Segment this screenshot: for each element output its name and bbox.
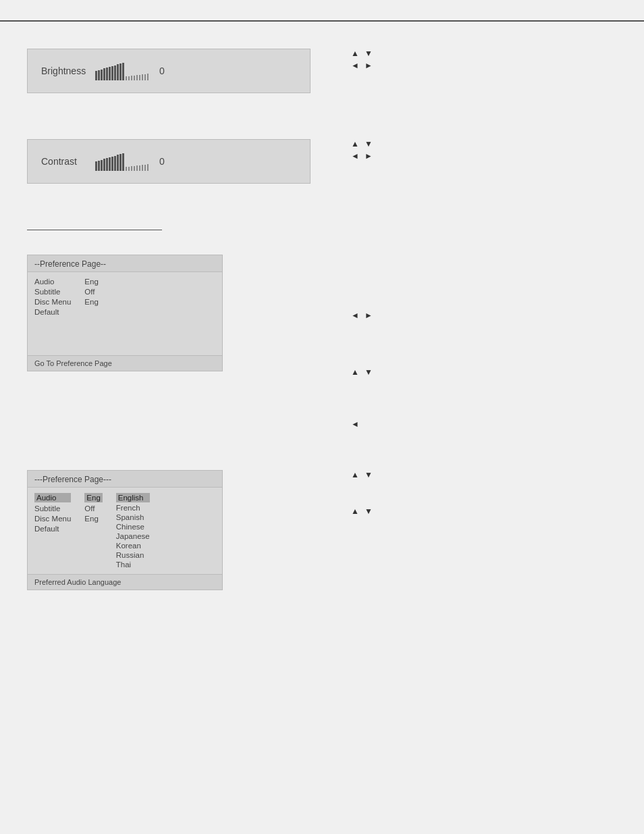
pref-body1: Audio Subtitle Disc Menu Default Eng Off…: [28, 272, 222, 321]
pref-label-audio1: Audio: [34, 278, 71, 286]
contrast-bar: [95, 152, 149, 171]
brightness-bar: [95, 61, 149, 80]
lang-japanese: Japanese: [116, 532, 150, 540]
pref2-ud-row1: ▲ ▼: [351, 470, 373, 479]
brightness-lr-row: ◄ ►: [351, 61, 373, 70]
lang-korean: Korean: [116, 542, 150, 550]
contrast-left: Contrast 0: [27, 139, 311, 189]
lang-english: English: [116, 493, 150, 502]
brightness-down-arrow[interactable]: ▼: [365, 49, 373, 58]
pref-label-discmenu2: Disc Menu: [34, 515, 71, 523]
pref-spacer1: [28, 321, 222, 355]
brightness-label: Brightness: [41, 66, 88, 76]
pref-left2: ---Preference Page--- Audio Subtitle Dis…: [27, 470, 311, 596]
pref-values2: Eng Off Eng: [84, 493, 102, 569]
brightness-right: ▲ ▼ ◄ ►: [311, 49, 617, 99]
pref-right-spacer3: [351, 384, 617, 417]
lang-chinese: Chinese: [116, 523, 150, 531]
pref-label-default1: Default: [34, 308, 71, 316]
pref-right-spacer2: [351, 327, 617, 367]
contrast-right-arrow[interactable]: ►: [365, 151, 373, 161]
brightness-arrows-ud: ▲ ▼ ◄ ►: [351, 49, 617, 73]
brightness-right-arrow[interactable]: ►: [365, 61, 373, 70]
page-container: Brightness 0 ▲ ▼ ◄ ► Contrast: [0, 0, 644, 834]
pref-value-discmenu1: Eng: [84, 298, 98, 306]
pref1-solo-left-arrow[interactable]: ◄: [351, 419, 359, 429]
pref-box2: ---Preference Page--- Audio Subtitle Dis…: [27, 470, 223, 590]
pref1-lr-arrows: ◄ ►: [351, 311, 617, 323]
contrast-box: Contrast 0: [27, 139, 311, 184]
section-rule1: [27, 230, 162, 230]
pref2-up-arrow2[interactable]: ▲: [351, 506, 359, 516]
brightness-left-arrow[interactable]: ◄: [351, 61, 359, 70]
pref1-right-arrow[interactable]: ►: [365, 311, 373, 320]
pref2-up-arrow1[interactable]: ▲: [351, 470, 359, 479]
pref-left1: --Preference Page-- Audio Subtitle Disc …: [27, 230, 311, 429]
pref-label-audio2: Audio: [34, 493, 71, 502]
pref-value-subtitle2: Off: [84, 504, 102, 513]
brightness-up-arrow[interactable]: ▲: [351, 49, 359, 58]
pref-section1: --Preference Page-- Audio Subtitle Disc …: [0, 230, 644, 429]
gap3: [27, 234, 311, 255]
pref-right-spacer1: [351, 230, 617, 311]
pref-right1: ◄ ► ▲ ▼ ◄: [311, 230, 617, 429]
contrast-up-down-row: ▲ ▼: [351, 139, 373, 149]
pref-section2: ---Preference Page--- Audio Subtitle Dis…: [0, 470, 644, 596]
brightness-section: Brightness 0 ▲ ▼ ◄ ►: [0, 49, 644, 99]
pref1-ud-arrows: ▲ ▼: [351, 367, 617, 380]
contrast-lr-row: ◄ ►: [351, 151, 373, 161]
pref2-down-arrow2[interactable]: ▼: [365, 506, 373, 516]
pref-right2: ▲ ▼ ▲ ▼: [311, 470, 617, 596]
pref-labels1: Audio Subtitle Disc Menu Default: [34, 278, 71, 316]
pref-labels2: Audio Subtitle Disc Menu Default: [34, 493, 71, 569]
lang-russian: Russian: [116, 551, 150, 559]
pref-value-audio1: Eng: [84, 278, 98, 286]
pref1-ud-row: ▲ ▼: [351, 367, 373, 377]
brightness-box: Brightness 0: [27, 49, 311, 93]
gap4: [0, 429, 644, 470]
pref2-ud-arrows1: ▲ ▼: [351, 470, 617, 482]
pref-label-default2: Default: [34, 525, 71, 533]
brightness-up-down-row: ▲ ▼: [351, 49, 373, 58]
brightness-left: Brightness 0: [27, 49, 311, 99]
pref-box1: --Preference Page-- Audio Subtitle Disc …: [27, 255, 223, 371]
contrast-arrows-ud: ▲ ▼ ◄ ►: [351, 139, 617, 163]
gap1: [0, 99, 644, 139]
pref-header2: ---Preference Page---: [28, 471, 222, 488]
pref1-lr-row: ◄ ►: [351, 311, 373, 320]
lang-french: French: [116, 504, 150, 512]
pref-languages: English French Spanish Chinese Japanese …: [116, 493, 150, 569]
lang-thai: Thai: [116, 561, 150, 569]
pref-footer2: Preferred Audio Language: [28, 574, 222, 590]
pref1-left-arrow[interactable]: ◄: [351, 311, 359, 320]
pref-value-audio2: Eng: [84, 493, 102, 502]
gap2: [0, 189, 644, 230]
contrast-down-arrow[interactable]: ▼: [365, 139, 373, 149]
pref2-ud-arrows2: ▲ ▼: [351, 506, 617, 519]
pref2-spacer1: [351, 486, 617, 506]
pref-label-subtitle2: Subtitle: [34, 504, 71, 513]
pref1-up-arrow[interactable]: ▲: [351, 367, 359, 377]
contrast-left-arrow[interactable]: ◄: [351, 151, 359, 161]
contrast-section: Contrast 0 ▲ ▼ ◄ ►: [0, 139, 644, 189]
brightness-value: 0: [159, 66, 165, 76]
pref-values1: Eng Off Eng: [84, 278, 98, 316]
contrast-value: 0: [159, 156, 165, 167]
contrast-label: Contrast: [41, 156, 88, 167]
pref1-down-arrow[interactable]: ▼: [365, 367, 373, 377]
pref-value-subtitle1: Off: [84, 288, 98, 296]
pref-label-discmenu1: Disc Menu: [34, 298, 71, 306]
pref-value-discmenu2: Eng: [84, 515, 102, 523]
pref-footer1: Go To Preference Page: [28, 355, 222, 371]
pref1-solo-left: ◄: [351, 417, 617, 429]
lang-spanish: Spanish: [116, 513, 150, 521]
pref2-down-arrow1[interactable]: ▼: [365, 470, 373, 479]
contrast-up-arrow[interactable]: ▲: [351, 139, 359, 149]
pref-body2: Audio Subtitle Disc Menu Default Eng Off…: [28, 488, 222, 574]
pref-label-subtitle1: Subtitle: [34, 288, 71, 296]
pref2-ud-row2: ▲ ▼: [351, 506, 373, 516]
top-rule: [0, 20, 644, 22]
pref-header1: --Preference Page--: [28, 255, 222, 272]
contrast-right: ▲ ▼ ◄ ►: [311, 139, 617, 189]
